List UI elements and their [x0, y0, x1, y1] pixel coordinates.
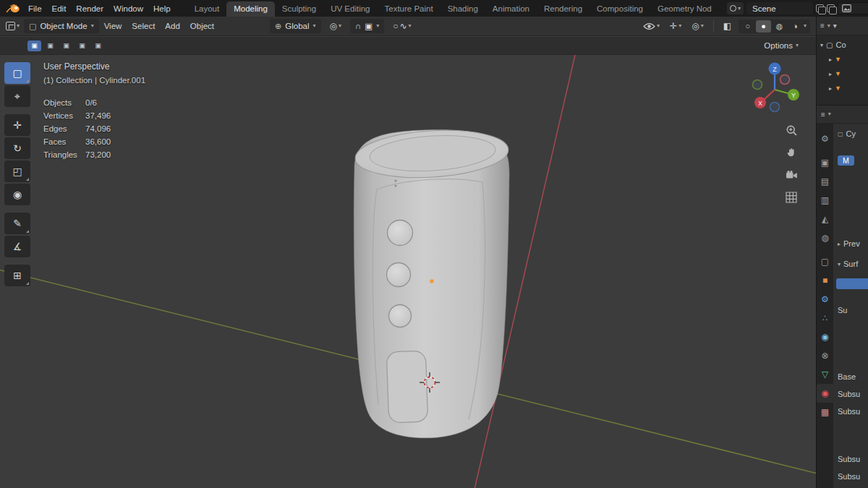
- viewport-3d[interactable]: ▢ ⌖ ✛ ↻ ◰ ◉ ✎ ∡ ⊞ User Perspective (1) C…: [0, 55, 816, 488]
- subsurface-field[interactable]: Subsu: [838, 390, 860, 398]
- snap-controls[interactable]: ∩ ▣ ▾: [350, 19, 384, 33]
- blender-logo-icon[interactable]: [6, 4, 20, 13]
- ptab-object-data[interactable]: ▽: [817, 365, 833, 384]
- shading-wireframe-button[interactable]: ○: [740, 20, 755, 33]
- tab-modeling[interactable]: Modeling: [226, 1, 275, 17]
- view-layer-widget[interactable]: [838, 2, 868, 14]
- tool-annotate[interactable]: ✎: [4, 213, 30, 234]
- expand-icon[interactable]: ▸: [829, 71, 832, 77]
- scene-name-field[interactable]: Scene: [746, 2, 813, 14]
- select-mode-extend-button[interactable]: ▣: [59, 40, 73, 51]
- shading-material-button[interactable]: ◍: [772, 20, 787, 33]
- ptab-render[interactable]: ▣: [817, 153, 833, 172]
- options-dropdown[interactable]: Options ▾: [764, 41, 799, 50]
- menu-render[interactable]: Render: [71, 3, 109, 14]
- ptab-texture[interactable]: ▦: [817, 403, 833, 421]
- ptab-tool[interactable]: ⚙: [817, 129, 833, 148]
- expand-icon[interactable]: ▾: [820, 42, 823, 48]
- new-scene-icon[interactable]: [816, 4, 824, 12]
- ptab-collection[interactable]: ▢: [817, 252, 833, 271]
- ptab-object[interactable]: ■: [817, 271, 833, 290]
- mode-dropdown[interactable]: ▢ Object Mode ▾: [24, 19, 99, 33]
- subsurface-field[interactable]: Subsu: [838, 407, 860, 416]
- ptab-output[interactable]: ▤: [817, 172, 833, 191]
- tool-scale[interactable]: ◰: [4, 160, 30, 182]
- base-color-field[interactable]: Base: [838, 372, 856, 381]
- orientation-dropdown[interactable]: ⊕ Global ▾: [270, 19, 320, 33]
- stat-row: Objects0/6: [43, 96, 145, 109]
- select-mode-tweak-button[interactable]: ▣: [27, 40, 41, 51]
- scene-browse-button[interactable]: ▾: [727, 2, 744, 14]
- tab-layout[interactable]: Layout: [187, 1, 227, 17]
- outliner-row-object[interactable]: ▸ ▼: [817, 81, 868, 95]
- outliner-row-object[interactable]: ▸ ▼: [817, 67, 868, 81]
- svg-text:Y: Y: [791, 92, 796, 99]
- outliner-row-object[interactable]: ▸ ▼: [817, 52, 868, 67]
- shading-rendered-button[interactable]: ◑: [788, 20, 803, 33]
- gizmos-dropdown[interactable]: ✛ ▾: [667, 21, 684, 31]
- tool-measure[interactable]: ∡: [4, 236, 30, 257]
- tool-move[interactable]: ✛: [4, 114, 30, 136]
- new-material-button[interactable]: M: [838, 155, 854, 166]
- expand-icon[interactable]: ▸: [829, 85, 832, 92]
- tab-shading[interactable]: Shading: [441, 1, 485, 17]
- camera-view-button[interactable]: [784, 168, 799, 182]
- collection-label: Co: [835, 40, 846, 49]
- menu-edit[interactable]: Edit: [47, 3, 72, 14]
- select-mode-new-button[interactable]: ▣: [43, 40, 57, 51]
- zoom-button[interactable]: [784, 123, 799, 137]
- ptab-material[interactable]: ◉: [817, 384, 833, 403]
- tab-compositing[interactable]: Compositing: [590, 1, 650, 17]
- proportional-editing-toggle[interactable]: ○ ∿ ▾: [390, 21, 414, 31]
- overlays-dropdown[interactable]: ◎ ▾: [689, 21, 707, 31]
- tool-select-box[interactable]: ▢: [4, 62, 30, 84]
- ptab-view-layer[interactable]: ▥: [817, 191, 833, 210]
- menu-window[interactable]: Window: [109, 3, 148, 14]
- expand-icon[interactable]: ▸: [829, 56, 832, 63]
- subsurface-field[interactable]: Subsu: [838, 472, 860, 481]
- shading-solid-button[interactable]: ●: [756, 20, 771, 33]
- copy-scene-icon[interactable]: [827, 4, 835, 12]
- nav-gizmo[interactable]: Z Y X: [743, 59, 804, 120]
- ptab-modifiers[interactable]: ⚙: [817, 290, 833, 309]
- tab-geometry-nodes[interactable]: Geometry Nod: [650, 1, 719, 17]
- surface-section-header[interactable]: ▾ Surf: [838, 260, 858, 268]
- use-nodes-button[interactable]: [836, 278, 868, 289]
- chevron-down-icon: ▾: [17, 23, 20, 29]
- ptab-scene[interactable]: ◭: [817, 210, 833, 228]
- menu-select[interactable]: Select: [127, 20, 160, 32]
- ptab-particles[interactable]: ∴: [817, 309, 833, 328]
- tool-add-cube[interactable]: ⊞: [4, 265, 30, 286]
- outliner-row-collection[interactable]: ▾ ▢ Co: [817, 38, 868, 52]
- tab-sculpting[interactable]: Sculpting: [275, 1, 323, 17]
- select-mode-intersect-button[interactable]: ▣: [91, 40, 105, 51]
- ptab-constraints[interactable]: ⊗: [817, 346, 833, 365]
- tool-rotate[interactable]: ↻: [4, 137, 30, 159]
- menu-help[interactable]: Help: [148, 3, 176, 14]
- outliner-editor-icon[interactable]: ≡: [820, 22, 825, 30]
- preview-section-header[interactable]: ▸ Prev: [838, 239, 860, 248]
- editor-type-button[interactable]: ▾: [6, 22, 20, 30]
- subsurface-field[interactable]: Subsu: [838, 455, 860, 463]
- xray-toggle[interactable]: ◧: [720, 21, 734, 31]
- menu-add[interactable]: Add: [160, 20, 184, 32]
- tab-texture-paint[interactable]: Texture Paint: [378, 1, 441, 17]
- tab-uv-editing[interactable]: UV Editing: [323, 1, 377, 17]
- select-mode-subtract-button[interactable]: ▣: [75, 40, 89, 51]
- menu-file[interactable]: File: [23, 3, 47, 14]
- pivot-dropdown[interactable]: ◎ ▾: [327, 21, 345, 31]
- visibility-dropdown[interactable]: ▾: [640, 22, 663, 30]
- tab-rendering[interactable]: Rendering: [537, 1, 590, 17]
- tab-animation[interactable]: Animation: [485, 1, 537, 17]
- filter-icon[interactable]: ▾: [833, 22, 837, 30]
- ptab-physics[interactable]: ◉: [817, 328, 833, 346]
- toggle-ortho-button[interactable]: [784, 190, 799, 205]
- menu-view[interactable]: View: [99, 20, 127, 32]
- menu-object[interactable]: Object: [185, 20, 219, 32]
- speaker-object[interactable]: [354, 127, 510, 438]
- ptab-world[interactable]: ◍: [817, 228, 833, 247]
- properties-editor-icon[interactable]: ≡: [821, 111, 825, 119]
- tool-cursor[interactable]: ⌖: [4, 85, 30, 107]
- pan-button[interactable]: [784, 145, 799, 160]
- tool-transform[interactable]: ◉: [4, 184, 30, 205]
